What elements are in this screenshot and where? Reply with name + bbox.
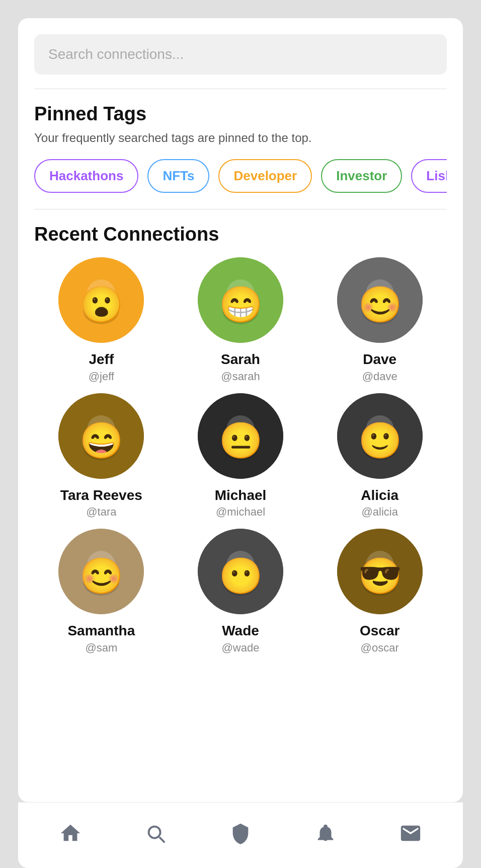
search-section bbox=[18, 18, 463, 75]
person-name: Sarah bbox=[221, 351, 260, 368]
nav-shield[interactable] bbox=[224, 817, 257, 850]
avatar-michael: 😐 bbox=[198, 393, 283, 479]
pinned-tags-subtitle: Your frequently searched tags are pinned… bbox=[34, 131, 447, 145]
svg-text:😮: 😮 bbox=[79, 284, 124, 326]
svg-text:😁: 😁 bbox=[218, 284, 263, 326]
avatar-sarah: 😁 bbox=[198, 257, 283, 343]
home-icon bbox=[59, 822, 82, 845]
person-card-tara[interactable]: 😄 Tara Reeves@tara bbox=[34, 393, 169, 519]
avatar-jeff: 😮 bbox=[58, 257, 144, 343]
person-card-alicia[interactable]: 🙂 Alicia@alicia bbox=[312, 393, 447, 519]
svg-text:😶: 😶 bbox=[218, 556, 263, 598]
person-name: Wade bbox=[222, 622, 259, 639]
svg-text:🙂: 🙂 bbox=[358, 420, 402, 462]
pinned-tags-section: Pinned Tags Your frequently searched tag… bbox=[18, 103, 463, 195]
person-card-jeff[interactable]: 😮 Jeff@jeff bbox=[34, 257, 169, 383]
person-name: Jeff bbox=[89, 351, 114, 368]
person-card-michael[interactable]: 😐 Michael@michael bbox=[174, 393, 308, 519]
person-handle: @alicia bbox=[361, 505, 397, 519]
person-card-sarah[interactable]: 😁 Sarah@sarah bbox=[174, 257, 308, 383]
person-handle: @michael bbox=[216, 505, 265, 519]
divider-2 bbox=[34, 209, 447, 209]
person-card-dave[interactable]: 😊 Dave@dave bbox=[312, 257, 447, 383]
person-name: Michael bbox=[215, 487, 267, 504]
recent-connections-title: Recent Connections bbox=[34, 224, 447, 245]
tags-row: HackathonsNFTsDeveloperInvestorLisbon bbox=[34, 159, 447, 195]
phone-container: Pinned Tags Your frequently searched tag… bbox=[0, 0, 481, 868]
svg-text:😊: 😊 bbox=[358, 284, 402, 326]
svg-text:😐: 😐 bbox=[218, 420, 263, 462]
person-name: Tara Reeves bbox=[60, 487, 142, 504]
avatar-sam: 😊 bbox=[58, 529, 144, 614]
person-name: Alicia bbox=[361, 487, 398, 504]
divider-1 bbox=[34, 89, 447, 89]
shield-icon bbox=[229, 822, 252, 845]
tag-lisbon[interactable]: Lisbon bbox=[411, 159, 447, 193]
mail-icon bbox=[399, 822, 422, 845]
bell-icon bbox=[314, 822, 337, 845]
person-handle: @jeff bbox=[89, 370, 114, 383]
svg-text:😊: 😊 bbox=[79, 556, 124, 598]
person-card-sam[interactable]: 😊 Samantha@sam bbox=[34, 529, 169, 655]
nav-bell[interactable] bbox=[309, 817, 342, 850]
person-handle: @sarah bbox=[221, 370, 260, 383]
connections-grid: 😮 Jeff@jeff 😁 Sarah@sarah 😊 Dave@dave 😄 … bbox=[34, 257, 447, 655]
svg-text:😎: 😎 bbox=[358, 556, 402, 598]
person-handle: @oscar bbox=[361, 641, 399, 655]
person-handle: @wade bbox=[222, 641, 260, 655]
tag-developer[interactable]: Developer bbox=[218, 159, 312, 193]
avatar-alicia: 🙂 bbox=[337, 393, 423, 479]
person-handle: @tara bbox=[86, 505, 116, 519]
nav-home[interactable] bbox=[54, 817, 87, 850]
svg-text:😄: 😄 bbox=[79, 420, 124, 462]
recent-connections-section: Recent Connections 😮 Jeff@jeff 😁 Sarah@s… bbox=[18, 224, 463, 802]
person-handle: @sam bbox=[85, 641, 117, 655]
search-input[interactable] bbox=[34, 34, 447, 75]
pinned-tags-title: Pinned Tags bbox=[34, 103, 447, 125]
search-icon bbox=[144, 822, 167, 845]
avatar-tara: 😄 bbox=[58, 393, 144, 479]
person-name: Samantha bbox=[67, 622, 135, 639]
avatar-dave: 😊 bbox=[337, 257, 423, 343]
avatar-wade: 😶 bbox=[198, 529, 283, 614]
tag-hackathons[interactable]: Hackathons bbox=[34, 159, 138, 193]
nav-search[interactable] bbox=[139, 817, 172, 850]
person-name: Oscar bbox=[360, 622, 399, 639]
main-card: Pinned Tags Your frequently searched tag… bbox=[18, 18, 463, 802]
person-name: Dave bbox=[363, 351, 396, 368]
nav-mail[interactable] bbox=[394, 817, 427, 850]
person-handle: @dave bbox=[362, 370, 397, 383]
tag-investor[interactable]: Investor bbox=[321, 159, 402, 193]
person-card-oscar[interactable]: 😎 Oscar@oscar bbox=[312, 529, 447, 655]
avatar-oscar: 😎 bbox=[337, 529, 423, 614]
person-card-wade[interactable]: 😶 Wade@wade bbox=[174, 529, 308, 655]
tag-nfts[interactable]: NFTs bbox=[147, 159, 209, 193]
bottom-nav bbox=[18, 802, 463, 868]
